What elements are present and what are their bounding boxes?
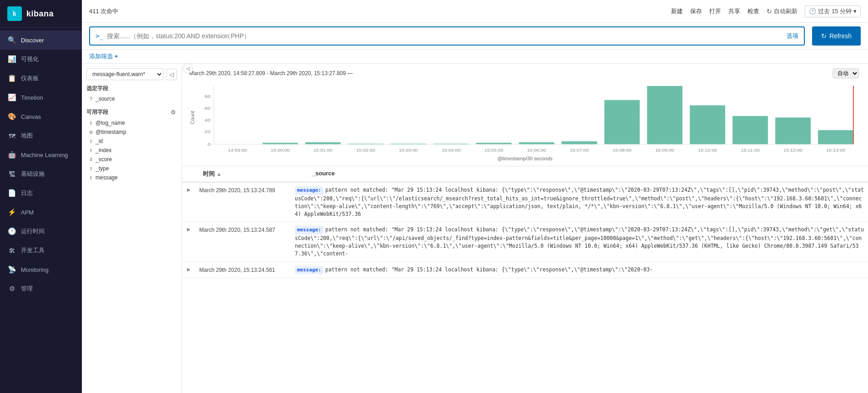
sidebar-item-label: Discover bbox=[21, 37, 44, 44]
field-item-id[interactable]: t _id bbox=[86, 137, 177, 146]
time-range-text: March 29th 2020, 14:58:27.809 - March 29… bbox=[189, 70, 346, 77]
chart-time-range: March 29th 2020, 14:58:27.809 - March 29… bbox=[189, 70, 353, 77]
plus-icon: + bbox=[115, 53, 118, 60]
dashboard-icon: 📋 bbox=[7, 74, 16, 83]
fields-settings-button[interactable]: ⚙ bbox=[170, 108, 177, 117]
row-message-text: pattern not matched: "Mar 29 15:13:24 lo… bbox=[325, 266, 653, 273]
index-pattern-dropdown[interactable]: message-fluent.warn* bbox=[86, 68, 163, 80]
searchbar-area: >_ 选项 ↻ Refresh bbox=[82, 23, 868, 50]
row-expand-button[interactable]: ▶ bbox=[182, 222, 196, 261]
collapse-chart-button[interactable]: ◁ bbox=[183, 64, 193, 73]
open-button[interactable]: 打开 bbox=[709, 7, 721, 15]
sidebar-item-label: Monitoring bbox=[21, 266, 49, 273]
chart-auto-selector: 自动 bbox=[833, 68, 861, 78]
svg-text:15:05:00: 15:05:00 bbox=[484, 148, 504, 153]
monitoring-icon: 📡 bbox=[7, 265, 16, 274]
sidebar-item-discover[interactable]: 🔍 Discover bbox=[0, 31, 82, 50]
sidebar-item-label: 仪表板 bbox=[21, 74, 39, 82]
sidebar-item-visualize[interactable]: 📊 可视化 bbox=[0, 50, 82, 69]
svg-text:15:00:00: 15:00:00 bbox=[271, 148, 290, 153]
kibana-logo-text: kibana bbox=[26, 9, 54, 19]
field-item-log-name[interactable]: t @log_name bbox=[86, 118, 177, 128]
row-expand-button[interactable]: ▶ bbox=[182, 183, 196, 222]
svg-rect-23 bbox=[732, 116, 768, 144]
refresh-circle-icon: ↻ bbox=[767, 8, 772, 15]
message-badge: message: bbox=[295, 186, 323, 195]
field-type-t3: t bbox=[88, 148, 94, 153]
search-input[interactable] bbox=[107, 32, 783, 40]
sidebar-logo[interactable]: k kibana bbox=[0, 0, 82, 28]
source-header-label: _source bbox=[312, 170, 335, 177]
search-options-button[interactable]: 选项 bbox=[787, 32, 798, 40]
sidebar-item-mgmt[interactable]: ⚙ 管理 bbox=[0, 279, 82, 298]
row-source-content: message:pattern not matched: "Mar 29 15:… bbox=[291, 222, 868, 261]
kibana-logo-icon: k bbox=[7, 6, 22, 21]
row-expand-button[interactable]: ▶ bbox=[182, 262, 196, 278]
field-item-index[interactable]: t _index bbox=[86, 146, 177, 155]
field-type-hash: # bbox=[88, 157, 94, 162]
sidebar-item-label: 开发工具 bbox=[21, 246, 45, 255]
table-row: ▶ March 29th 2020, 15:13:24.587 message:… bbox=[182, 222, 868, 262]
right-panel: ◁ March 29th 2020, 14:58:27.809 - March … bbox=[182, 64, 868, 393]
add-filter-button[interactable]: 添加筛选 + bbox=[89, 53, 118, 60]
field-item-timestamp[interactable]: ◎ @timestamp bbox=[86, 128, 177, 137]
sidebar-item-uptime[interactable]: 🕐 运行时间 bbox=[0, 222, 82, 241]
inspect-button[interactable]: 检查 bbox=[747, 7, 759, 15]
sidebar-item-timelion[interactable]: 📈 Timelion bbox=[0, 88, 82, 107]
svg-rect-17 bbox=[476, 143, 512, 144]
sidebar-item-maps[interactable]: 🗺 地图 bbox=[0, 126, 82, 145]
svg-rect-12 bbox=[262, 143, 298, 144]
sidebar-item-dashboard[interactable]: 📋 仪表板 bbox=[0, 69, 82, 88]
time-header-label: 时间 bbox=[203, 170, 215, 178]
svg-text:15:09:00: 15:09:00 bbox=[655, 148, 674, 153]
histogram-svg: 0 20 40 60 80 bbox=[189, 81, 861, 154]
time-range-picker[interactable]: 🕐 过去 15 分钟 ▾ bbox=[805, 5, 861, 17]
field-name: @timestamp bbox=[96, 129, 126, 135]
field-item-type[interactable]: t _type bbox=[86, 164, 177, 173]
filter-bar: 添加筛选 + bbox=[82, 50, 868, 64]
new-button[interactable]: 新建 bbox=[671, 7, 683, 15]
svg-rect-21 bbox=[647, 86, 682, 144]
save-button[interactable]: 保存 bbox=[690, 7, 702, 15]
maps-icon: 🗺 bbox=[7, 131, 16, 140]
svg-text:15:08:00: 15:08:00 bbox=[612, 148, 631, 153]
sidebar-item-canvas[interactable]: 🎨 Canvas bbox=[0, 107, 82, 126]
hits-count: 411 次命中 bbox=[89, 7, 118, 15]
topbar: 411 次命中 新建 保存 打开 共享 检查 ↻ 自动刷新 🕐 过去 15 分钟… bbox=[82, 0, 868, 23]
field-item-message[interactable]: t message bbox=[86, 173, 177, 182]
refresh-button[interactable]: ↻ Refresh bbox=[812, 26, 861, 46]
svg-text:40: 40 bbox=[205, 117, 211, 122]
field-item-source[interactable]: ? _source bbox=[86, 94, 177, 103]
row-source-content: message:pattern not matched: "Mar 29 15:… bbox=[291, 183, 868, 222]
table-row: ▶ March 29th 2020, 15:13:24.789 message:… bbox=[182, 183, 868, 222]
canvas-icon: 🎨 bbox=[7, 112, 16, 121]
index-collapse-button[interactable]: ◁ bbox=[166, 69, 177, 80]
share-button[interactable]: 共享 bbox=[728, 7, 740, 15]
available-fields-header: 可用字段 ⚙ bbox=[86, 108, 177, 117]
field-name: _id bbox=[96, 138, 103, 144]
sidebar-item-infra[interactable]: 🏗 基础设施 bbox=[0, 164, 82, 184]
logs-icon: 📄 bbox=[7, 189, 16, 198]
apm-icon: ⚡ bbox=[7, 208, 16, 217]
sidebar-item-label: Canvas bbox=[21, 113, 41, 120]
svg-text:15:13:00: 15:13:00 bbox=[826, 148, 845, 153]
sidebar-item-ml[interactable]: 🤖 Machine Learning bbox=[0, 145, 82, 164]
sidebar-item-apm[interactable]: ⚡ APM bbox=[0, 203, 82, 222]
time-column-header[interactable]: 时间 ▲ bbox=[203, 170, 312, 178]
row-message-text: pattern not matched: "Mar 29 15:13:24 lo… bbox=[295, 187, 864, 217]
chart-interval-select[interactable]: 自动 bbox=[833, 68, 859, 78]
sidebar-item-dev[interactable]: 🛠 开发工具 bbox=[0, 241, 82, 260]
mgmt-icon: ⚙ bbox=[7, 284, 16, 293]
auto-refresh-toggle[interactable]: ↻ 自动刷新 bbox=[767, 7, 797, 15]
sidebar-item-monitoring[interactable]: 📡 Monitoring bbox=[0, 260, 82, 279]
svg-rect-19 bbox=[562, 141, 597, 144]
sidebar-item-logs[interactable]: 📄 日志 bbox=[0, 184, 82, 203]
chart-header: March 29th 2020, 14:58:27.809 - March 29… bbox=[189, 68, 861, 78]
field-name: _score bbox=[96, 156, 112, 163]
svg-text:80: 80 bbox=[205, 94, 211, 99]
x-axis-label: @timestamp/30 seconds bbox=[189, 156, 861, 161]
field-item-score[interactable]: # _score bbox=[86, 155, 177, 164]
row-message-text: pattern not matched: "Mar 29 15:13:24 lo… bbox=[295, 226, 864, 257]
svg-rect-24 bbox=[775, 117, 811, 144]
left-panel: message-fluent.warn* ◁ 选定字段 ? _source 可用… bbox=[82, 64, 182, 393]
